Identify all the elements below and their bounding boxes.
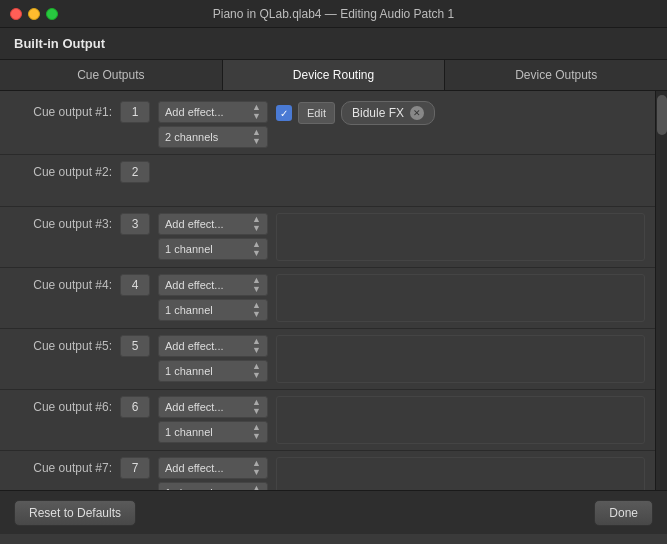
tab-device-outputs[interactable]: Device Outputs [445, 60, 667, 90]
cue-label-5: Cue output #5: [10, 335, 120, 353]
cue-number-1: 1 [120, 101, 150, 123]
main-content: Cue output #1: 1 Add effect... ▲ ▼ 2 cha… [0, 91, 667, 490]
reset-defaults-button[interactable]: Reset to Defaults [14, 500, 136, 526]
dropdown-arrow-icon: ▲▼ [252, 459, 261, 477]
cue-number-5: 5 [120, 335, 150, 357]
dropdown-arrow-icon: ▲▼ [252, 301, 261, 319]
cue-row-4: Cue output #4: 4 Add effect... ▲▼ 1 chan… [0, 268, 655, 329]
cue-row-3: Cue output #3: 3 Add effect... ▲▼ 1 chan… [0, 207, 655, 268]
cue-label-3: Cue output #3: [10, 213, 120, 231]
effect-row-1: ✓ Edit Bidule FX ✕ [276, 101, 645, 125]
cue-6-dropdowns: Add effect... ▲▼ 1 channel ▲▼ [158, 396, 268, 443]
done-button[interactable]: Done [594, 500, 653, 526]
add-effect-dropdown-3[interactable]: Add effect... ▲▼ [158, 213, 268, 235]
effect-checkbox-1[interactable]: ✓ [276, 105, 292, 121]
empty-effect-slot-3 [276, 213, 645, 261]
tab-cue-outputs[interactable]: Cue Outputs [0, 60, 223, 90]
dropdown-arrow-icon: ▲▼ [252, 362, 261, 380]
add-effect-dropdown-4[interactable]: Add effect... ▲▼ [158, 274, 268, 296]
dropdown-arrow-icon: ▲▼ [252, 423, 261, 441]
footer: Reset to Defaults Done [0, 490, 667, 534]
dropdown-arrow-icon: ▲▼ [252, 484, 261, 490]
add-effect-dropdown-1[interactable]: Add effect... ▲ ▼ [158, 101, 268, 123]
cue-row-6: Cue output #6: 6 Add effect... ▲▼ 1 chan… [0, 390, 655, 451]
cue-number-7: 7 [120, 457, 150, 479]
cue-3-dropdowns: Add effect... ▲▼ 1 channel ▲▼ [158, 213, 268, 260]
cue-rows-container: Cue output #1: 1 Add effect... ▲ ▼ 2 cha… [0, 91, 655, 490]
dropdown-arrow-icon: ▲▼ [252, 276, 261, 294]
channel-dropdown-1[interactable]: 2 channels ▲ ▼ [158, 126, 268, 148]
window-title: Piano in QLab.qlab4 — Editing Audio Patc… [213, 7, 455, 21]
traffic-lights [10, 8, 58, 20]
dropdown-arrow-icon: ▲▼ [252, 215, 261, 233]
effect-close-1[interactable]: ✕ [410, 106, 424, 120]
empty-effect-slot-6 [276, 396, 645, 444]
header: Built-in Output [0, 28, 667, 60]
cue-row-1: Cue output #1: 1 Add effect... ▲ ▼ 2 cha… [0, 95, 655, 155]
dropdown-arrow-icon: ▲▼ [252, 398, 261, 416]
cue-4-dropdowns: Add effect... ▲▼ 1 channel ▲▼ [158, 274, 268, 321]
channel-dropdown-7[interactable]: 1 channel ▲▼ [158, 482, 268, 490]
titlebar: Piano in QLab.qlab4 — Editing Audio Patc… [0, 0, 667, 28]
effect-tag-1: Bidule FX ✕ [341, 101, 435, 125]
cue-number-3: 3 [120, 213, 150, 235]
cue-row-2: Cue output #2: 2 [0, 155, 655, 207]
cue-label-4: Cue output #4: [10, 274, 120, 292]
add-effect-dropdown-7[interactable]: Add effect... ▲▼ [158, 457, 268, 479]
cue-7-dropdowns: Add effect... ▲▼ 1 channel ▲▼ [158, 457, 268, 490]
empty-effect-slot-4 [276, 274, 645, 322]
cue-label-1: Cue output #1: [10, 101, 120, 119]
maximize-button[interactable] [46, 8, 58, 20]
channel-dropdown-4[interactable]: 1 channel ▲▼ [158, 299, 268, 321]
empty-effect-slot-5 [276, 335, 645, 383]
cue-label-2: Cue output #2: [10, 161, 120, 179]
minimize-button[interactable] [28, 8, 40, 20]
channel-dropdown-6[interactable]: 1 channel ▲▼ [158, 421, 268, 443]
cue-number-6: 6 [120, 396, 150, 418]
cue-row-7: Cue output #7: 7 Add effect... ▲▼ 1 chan… [0, 451, 655, 490]
channel-dropdown-5[interactable]: 1 channel ▲▼ [158, 360, 268, 382]
dropdown-arrow-icon: ▲▼ [252, 337, 261, 355]
cue-row-5: Cue output #5: 5 Add effect... ▲▼ 1 chan… [0, 329, 655, 390]
cue-label-7: Cue output #7: [10, 457, 120, 475]
dropdown-arrow-icon: ▲▼ [252, 240, 261, 258]
scrollbar-thumb[interactable] [657, 95, 667, 135]
cue-5-dropdowns: Add effect... ▲▼ 1 channel ▲▼ [158, 335, 268, 382]
empty-effect-slot-7 [276, 457, 645, 490]
close-button[interactable] [10, 8, 22, 20]
tab-device-routing[interactable]: Device Routing [223, 60, 446, 90]
add-effect-dropdown-5[interactable]: Add effect... ▲▼ [158, 335, 268, 357]
dropdown-arrow-icon: ▲ ▼ [252, 128, 261, 146]
cue-1-dropdowns: Add effect... ▲ ▼ 2 channels ▲ ▼ [158, 101, 268, 148]
add-effect-dropdown-6[interactable]: Add effect... ▲▼ [158, 396, 268, 418]
scrollbar-track[interactable] [655, 91, 667, 490]
dropdown-arrow-icon: ▲ ▼ [252, 103, 261, 121]
channel-dropdown-3[interactable]: 1 channel ▲▼ [158, 238, 268, 260]
cue-number-2: 2 [120, 161, 150, 183]
cue-label-6: Cue output #6: [10, 396, 120, 414]
edit-button-1[interactable]: Edit [298, 102, 335, 124]
patch-title: Built-in Output [14, 36, 105, 51]
cue-number-4: 4 [120, 274, 150, 296]
tab-bar: Cue Outputs Device Routing Device Output… [0, 60, 667, 91]
